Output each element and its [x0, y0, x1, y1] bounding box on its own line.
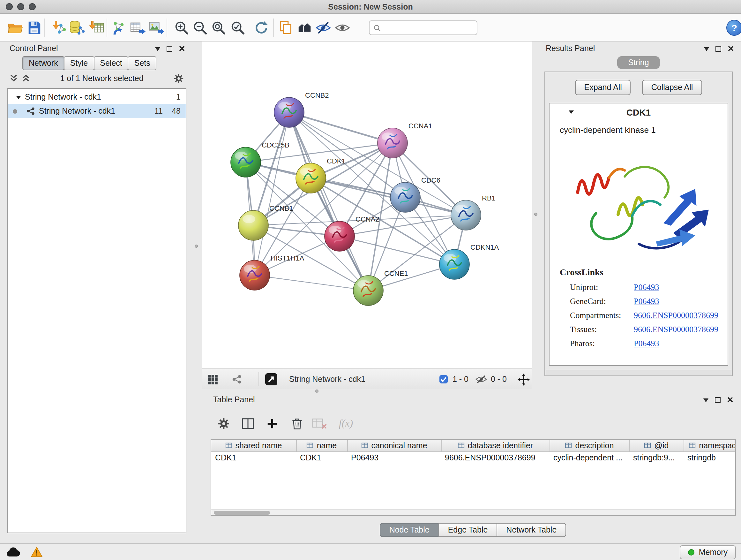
network-canvas[interactable]: CCNB2CCNA1CDC25BCDK1CDC6RB1CCNB1CCNA2CDK…	[202, 42, 532, 368]
float-panel-icon[interactable]	[166, 46, 172, 51]
hide-selected-button[interactable]	[315, 19, 331, 36]
open-session-button[interactable]	[6, 19, 23, 36]
column-header-name[interactable]: name	[296, 440, 347, 451]
crosslink-genecard-link[interactable]: P06493	[634, 296, 728, 307]
import-network-database-button[interactable]	[68, 19, 85, 36]
collapse-results-icon[interactable]	[704, 47, 709, 53]
selected-checkbox[interactable]	[439, 369, 448, 389]
zoom-fit-button[interactable]	[210, 19, 226, 36]
import-table-file-button[interactable]	[88, 19, 105, 36]
birdseye-view-button[interactable]	[296, 19, 313, 36]
close-panel-icon[interactable]	[179, 45, 185, 52]
protein-disclosure-icon[interactable]	[569, 111, 574, 116]
network-row[interactable]: String Network - cdk1 11 48	[8, 104, 186, 118]
vertical-splitter-handle[interactable]	[195, 245, 198, 248]
vertical-splitter-handle[interactable]	[534, 212, 537, 216]
export-image-button[interactable]	[147, 19, 164, 36]
column-header-namespac[interactable]: namespac	[684, 440, 736, 451]
show-all-button[interactable]	[334, 19, 350, 36]
refresh-network-button[interactable]	[253, 19, 269, 36]
edge-CCNB2-HIST1H1A[interactable]	[255, 112, 289, 275]
float-results-icon[interactable]	[716, 46, 721, 51]
column-header-description[interactable]: description	[549, 440, 629, 451]
scrollbar-thumb[interactable]	[214, 511, 270, 515]
search-box[interactable]	[369, 20, 477, 35]
copy-document-button[interactable]	[277, 19, 293, 36]
zoom-selected-button[interactable]	[229, 19, 246, 36]
crosslink-pharos-link[interactable]: P06493	[634, 338, 728, 349]
node-RB1[interactable]: RB1	[451, 194, 495, 230]
help-icon: ?	[731, 22, 737, 33]
string-results-tab[interactable]: String	[617, 56, 660, 69]
hidden-items-icon[interactable]	[475, 369, 487, 389]
clone-network-button[interactable]	[111, 19, 127, 36]
zoom-in-button[interactable]	[173, 19, 190, 36]
column-header--id[interactable]: @id	[629, 440, 684, 451]
minimize-window-button[interactable]	[17, 3, 24, 10]
collapse-all-networks-icon[interactable]	[22, 74, 30, 82]
crosslink-compartments-link[interactable]: 9606.ENSP00000378699	[634, 310, 728, 320]
tab-node-table[interactable]: Node Table	[380, 523, 439, 537]
float-table-panel-icon[interactable]	[715, 397, 721, 402]
collapse-panel-icon[interactable]	[155, 47, 160, 53]
collapse-all-button[interactable]: Collapse All	[643, 80, 702, 95]
zoom-selected-icon	[229, 19, 246, 36]
delete-table-icon	[312, 417, 327, 429]
string-results-container: Expand All Collapse All CDK1 cyclin-depe…	[544, 71, 733, 376]
warning-icon[interactable]	[30, 547, 43, 557]
table-horizontal-scrollbar[interactable]	[211, 509, 735, 515]
export-table-button[interactable]	[129, 19, 145, 36]
node-CCNA1[interactable]: CCNA1	[378, 122, 432, 158]
import-network-file-button[interactable]	[51, 19, 67, 36]
pan-mode-button[interactable]	[518, 369, 530, 389]
node-HIST1H1A[interactable]: HIST1H1A	[240, 254, 304, 290]
gear-icon[interactable]	[174, 73, 184, 83]
show-columns-button[interactable]	[240, 416, 255, 431]
annotation-mode-button[interactable]	[265, 369, 278, 389]
close-window-button[interactable]	[6, 3, 13, 10]
zoom-window-button[interactable]	[29, 3, 36, 10]
node-table-header-row: shared namenamecanonical namedatabase id…	[211, 440, 736, 451]
tab-network[interactable]: Network	[22, 56, 64, 70]
collection-disclosure-icon[interactable]	[16, 96, 21, 101]
crosslink-tissues-link[interactable]: 9606.ENSP00000378699	[634, 324, 728, 334]
tab-edge-table[interactable]: Edge Table	[439, 523, 497, 537]
table-settings-button[interactable]	[216, 416, 231, 431]
help-button[interactable]: ?	[726, 20, 741, 36]
network-status-dot	[13, 109, 17, 113]
expand-all-networks-icon[interactable]	[10, 74, 18, 82]
memory-button[interactable]: Memory	[680, 545, 736, 559]
network-overview-button[interactable]	[232, 369, 242, 389]
cloud-icon[interactable]	[5, 546, 22, 558]
network-collection-row[interactable]: String Network - cdk1 1	[8, 90, 186, 104]
zoom-out-button[interactable]	[192, 19, 208, 36]
column-header-shared-name[interactable]: shared name	[211, 440, 296, 451]
table-row[interactable]: CDK1CDK1P064939606.ENSP00000378699cyclin…	[211, 451, 736, 464]
edge-HIST1H1A-CCNE1[interactable]	[255, 275, 368, 291]
column-header-database-identifier[interactable]: database identifier	[441, 440, 549, 451]
tab-style[interactable]: Style	[64, 56, 94, 70]
edge-CCNB2-CCNE1[interactable]	[289, 112, 368, 291]
column-header-canonical-name[interactable]: canonical name	[347, 440, 441, 451]
results-horizontal-scrollbar[interactable]	[546, 370, 731, 375]
horizontal-splitter-handle[interactable]	[315, 389, 319, 393]
close-table-panel-icon[interactable]	[727, 396, 733, 403]
expand-all-button[interactable]: Expand All	[576, 80, 631, 95]
grid-view-button[interactable]	[207, 369, 218, 389]
create-column-button[interactable]	[264, 416, 280, 431]
search-input[interactable]	[384, 23, 473, 32]
edge-CDK1-RB1[interactable]	[311, 178, 466, 215]
share-network-icon	[232, 374, 242, 384]
collapse-table-panel-icon[interactable]	[703, 398, 709, 405]
delete-column-button[interactable]	[289, 416, 305, 431]
tab-select[interactable]: Select	[93, 56, 129, 70]
tab-network-table[interactable]: Network Table	[496, 523, 566, 537]
save-session-button[interactable]	[25, 19, 42, 36]
refresh-icon	[253, 19, 269, 36]
tab-sets[interactable]: Sets	[128, 56, 157, 70]
node-CDKN1A[interactable]: CDKN1A	[440, 243, 499, 279]
crosslink-uniprot-link[interactable]: P06493	[634, 282, 728, 293]
node-table: shared namenamecanonical namedatabase id…	[211, 439, 736, 516]
edge-CCNB2-CCNA1[interactable]	[289, 112, 393, 143]
close-results-icon[interactable]	[728, 45, 734, 52]
